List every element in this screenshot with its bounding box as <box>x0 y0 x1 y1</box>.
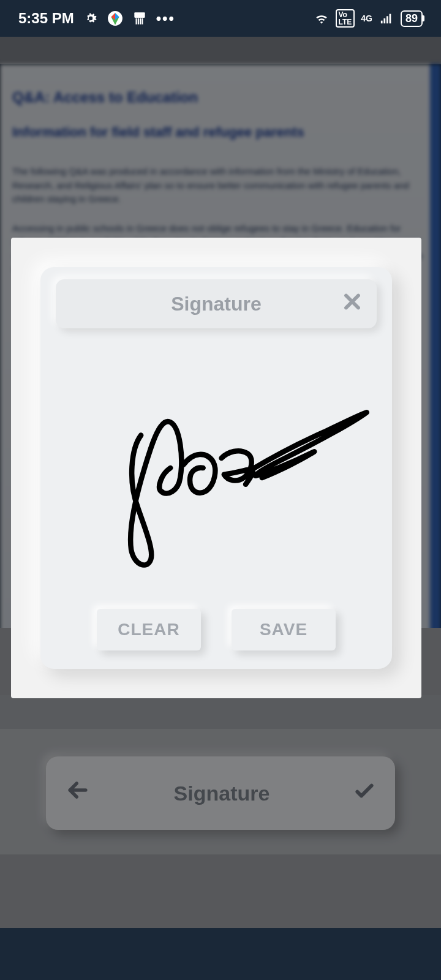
network-label: 4G <box>361 13 372 23</box>
volte-icon: VoLTE <box>336 9 355 28</box>
close-icon[interactable] <box>340 290 364 318</box>
save-button[interactable]: SAVE <box>232 609 336 650</box>
svg-rect-8 <box>386 16 388 23</box>
svg-rect-4 <box>140 18 141 24</box>
svg-rect-3 <box>137 18 138 24</box>
brush-icon <box>132 10 148 26</box>
svg-rect-6 <box>381 21 383 24</box>
modal-title: Signature <box>171 293 262 315</box>
svg-rect-2 <box>135 18 137 24</box>
svg-rect-7 <box>383 18 385 23</box>
signal-icon <box>379 10 394 26</box>
signature-panel: Signature CLEAR SAVE <box>40 267 392 669</box>
svg-rect-1 <box>134 12 145 18</box>
signature-modal: Signature CLEAR SAVE <box>11 238 421 698</box>
wifi-icon <box>314 10 330 26</box>
settings-icon <box>83 10 99 26</box>
more-icon: ••• <box>156 10 175 27</box>
clear-button[interactable]: CLEAR <box>97 609 201 650</box>
modal-header: Signature <box>56 279 377 328</box>
battery-indicator: 89 <box>401 10 423 27</box>
app-icon <box>107 10 123 26</box>
status-time: 5:35 PM <box>18 10 74 27</box>
signature-canvas[interactable] <box>53 347 380 589</box>
status-bar: 5:35 PM ••• VoLTE 4G 89 <box>0 0 441 37</box>
svg-rect-9 <box>390 14 391 24</box>
svg-rect-5 <box>141 18 143 24</box>
